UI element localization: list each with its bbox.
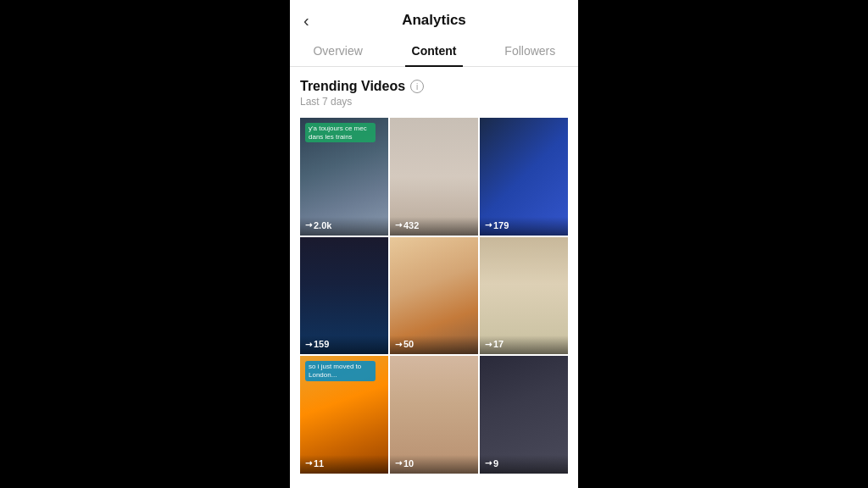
video-thumb-9[interactable]: ↗ 9 [480,356,568,474]
trending-arrow-icon-9: ↗ [482,458,493,469]
trending-arrow-icon-7: ↗ [303,458,314,469]
video-thumb-4[interactable]: ↗ 159 [300,237,388,355]
section-header: Trending Videos i [300,79,568,94]
back-button[interactable]: ‹ [303,11,309,30]
video-stats-7: ↗ 11 [305,458,383,469]
trending-arrow-icon-4: ↗ [303,339,314,350]
video-overlay-7: ↗ 11 [300,455,388,474]
video-overlay-5: ↗ 50 [390,336,478,354]
video-thumb-1[interactable]: y'a toujours ce mec dans les trains ↗ 2.… [300,118,388,236]
trending-arrow-icon-8: ↗ [392,458,403,469]
video-overlay-3: ↗ 179 [480,217,568,236]
phone-container: ‹ Analytics Overview Content Followers T… [290,0,578,488]
tab-overview[interactable]: Overview [290,36,386,66]
video-thumb-2[interactable]: ↗ 432 [390,118,478,236]
video-stats-1: ↗ 2.0k [305,220,383,230]
video-stats-5: ↗ 50 [395,339,473,349]
tab-content[interactable]: Content [386,36,481,66]
video-stats-2: ↗ 432 [395,220,473,230]
header: ‹ Analytics [290,0,578,36]
date-range-label: Last 7 days [300,96,568,108]
content-area: Trending Videos i Last 7 days y'a toujou… [290,67,578,488]
video-stats-6: ↗ 17 [485,339,563,349]
video-thumb-5[interactable]: ↗ 50 [390,237,478,355]
video-caption-7: so i just moved to London... [305,361,376,380]
video-caption-1: y'a toujours ce mec dans les trains [305,123,376,142]
video-thumb-7[interactable]: so i just moved to London... ↗ 11 [300,356,388,474]
video-overlay-9: ↗ 9 [480,455,568,474]
video-stats-9: ↗ 9 [485,458,563,469]
video-grid: y'a toujours ce mec dans les trains ↗ 2.… [300,118,568,474]
video-stats-8: ↗ 10 [395,458,473,469]
video-stats-4: ↗ 159 [305,339,383,349]
trending-arrow-icon-6: ↗ [482,339,493,350]
video-overlay-8: ↗ 10 [390,455,478,474]
video-overlay-1: ↗ 2.0k [300,217,388,236]
video-stats-3: ↗ 179 [485,220,563,230]
video-overlay-2: ↗ 432 [390,217,478,236]
tab-bar: Overview Content Followers [290,36,578,67]
trending-arrow-icon-2: ↗ [392,219,403,230]
video-thumb-6[interactable]: ↗ 17 [480,237,568,355]
video-thumb-8[interactable]: ↗ 10 [390,356,478,474]
info-icon[interactable]: i [410,80,424,93]
trending-arrow-icon-5: ↗ [392,339,403,350]
video-overlay-6: ↗ 17 [480,336,568,354]
video-thumb-3[interactable]: ↗ 179 [480,118,568,236]
trending-videos-title: Trending Videos [300,79,405,94]
trending-arrow-icon-1: ↗ [303,219,314,230]
trending-arrow-icon-3: ↗ [482,219,493,230]
page-title: Analytics [402,12,466,29]
video-overlay-4: ↗ 159 [300,336,388,354]
tab-followers[interactable]: Followers [482,36,578,66]
